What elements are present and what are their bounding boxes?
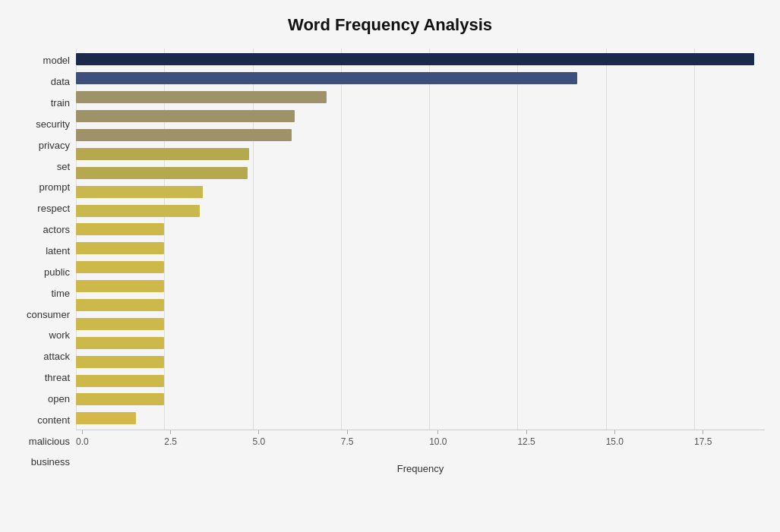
y-label: work bbox=[49, 327, 70, 344]
x-tick: 12.5 bbox=[517, 430, 535, 447]
bar-row bbox=[76, 51, 765, 68]
bar-row bbox=[76, 410, 765, 427]
bar bbox=[76, 261, 164, 273]
bar bbox=[76, 280, 164, 292]
chart-area: modeldatatrainsecurityprivacysetpromptre… bbox=[15, 49, 765, 474]
bars-rows bbox=[76, 49, 765, 430]
x-tick: 5.0 bbox=[253, 430, 266, 447]
bar-row bbox=[76, 221, 765, 238]
x-tick: 7.5 bbox=[341, 430, 354, 447]
bar bbox=[76, 167, 248, 179]
bar-row bbox=[76, 146, 765, 162]
bar-row bbox=[76, 297, 765, 313]
x-tick-line bbox=[347, 430, 348, 434]
x-tick-label: 5.0 bbox=[253, 436, 266, 447]
chart-container: Word Frequency Analysis modeldatatrainse… bbox=[0, 0, 780, 532]
y-label: threat bbox=[45, 370, 70, 386]
y-label: privacy bbox=[39, 137, 70, 153]
bar bbox=[76, 393, 164, 405]
bar-row bbox=[76, 373, 765, 389]
y-label: consumer bbox=[27, 306, 70, 323]
bar bbox=[76, 337, 164, 349]
y-label: data bbox=[51, 74, 70, 90]
bar-row bbox=[76, 184, 765, 200]
y-label: prompt bbox=[39, 179, 70, 196]
x-tick-line bbox=[258, 430, 259, 434]
y-label: model bbox=[43, 52, 70, 69]
bar-row bbox=[76, 165, 765, 181]
y-label: attack bbox=[43, 348, 70, 365]
y-label: open bbox=[48, 390, 70, 407]
bar-row bbox=[76, 240, 765, 257]
bars-and-x: 0.02.55.07.510.012.515.017.5 Frequency bbox=[76, 49, 765, 474]
x-tick: 17.5 bbox=[694, 430, 712, 447]
bar bbox=[76, 186, 203, 198]
x-tick-line bbox=[614, 430, 615, 434]
bar-row bbox=[76, 127, 765, 143]
bar bbox=[76, 356, 164, 368]
y-label: security bbox=[36, 115, 70, 132]
x-tick-label: 10.0 bbox=[429, 436, 447, 447]
bar-row bbox=[76, 278, 765, 294]
bar bbox=[76, 129, 292, 141]
x-tick-label: 12.5 bbox=[517, 436, 535, 447]
y-label: set bbox=[57, 158, 70, 175]
bar bbox=[76, 242, 164, 254]
bar-row bbox=[76, 70, 765, 87]
y-label: business bbox=[31, 454, 70, 471]
bar bbox=[76, 223, 164, 235]
x-axis-title: Frequency bbox=[76, 463, 765, 474]
bar-row bbox=[76, 354, 765, 370]
bar-row bbox=[76, 335, 765, 351]
bar bbox=[76, 205, 200, 217]
bar-row bbox=[76, 316, 765, 332]
bar-row bbox=[76, 89, 765, 105]
y-label: actors bbox=[43, 222, 70, 238]
y-label: time bbox=[51, 285, 70, 301]
x-tick: 2.5 bbox=[164, 430, 177, 447]
x-tick-line bbox=[170, 430, 171, 434]
bar bbox=[76, 412, 136, 424]
x-tick-label: 2.5 bbox=[164, 436, 177, 447]
x-tick: 15.0 bbox=[606, 430, 624, 447]
x-axis: 0.02.55.07.510.012.515.017.5 bbox=[76, 430, 765, 460]
bar bbox=[76, 375, 164, 387]
bar-row bbox=[76, 391, 765, 408]
y-label: malicious bbox=[29, 433, 70, 449]
x-tick: 0.0 bbox=[76, 430, 89, 447]
x-tick: 10.0 bbox=[429, 430, 447, 447]
bars-area bbox=[76, 49, 765, 430]
bar bbox=[76, 110, 295, 122]
y-label: content bbox=[37, 411, 70, 428]
bar-row bbox=[76, 108, 765, 124]
y-labels: modeldatatrainsecurityprivacysetpromptre… bbox=[15, 49, 76, 474]
x-tick-label: 17.5 bbox=[694, 436, 712, 447]
x-tick-line bbox=[82, 430, 83, 434]
y-label: respect bbox=[37, 200, 70, 217]
x-tick-label: 7.5 bbox=[341, 436, 354, 447]
x-tick-label: 0.0 bbox=[76, 436, 89, 447]
bar bbox=[76, 299, 164, 311]
bar-row bbox=[76, 259, 765, 275]
bar bbox=[76, 91, 327, 103]
x-tick-line bbox=[703, 430, 703, 434]
bar bbox=[76, 318, 164, 330]
bar bbox=[76, 53, 754, 65]
y-label: train bbox=[51, 95, 70, 112]
chart-title: Word Frequency Analysis bbox=[15, 15, 765, 35]
bar bbox=[76, 148, 249, 160]
y-label: public bbox=[44, 263, 70, 280]
bar bbox=[76, 72, 577, 84]
y-label: latent bbox=[46, 243, 70, 260]
x-tick-label: 15.0 bbox=[606, 436, 624, 447]
x-tick-line bbox=[526, 430, 527, 434]
x-tick-line bbox=[437, 430, 438, 434]
bar-row bbox=[76, 203, 765, 219]
